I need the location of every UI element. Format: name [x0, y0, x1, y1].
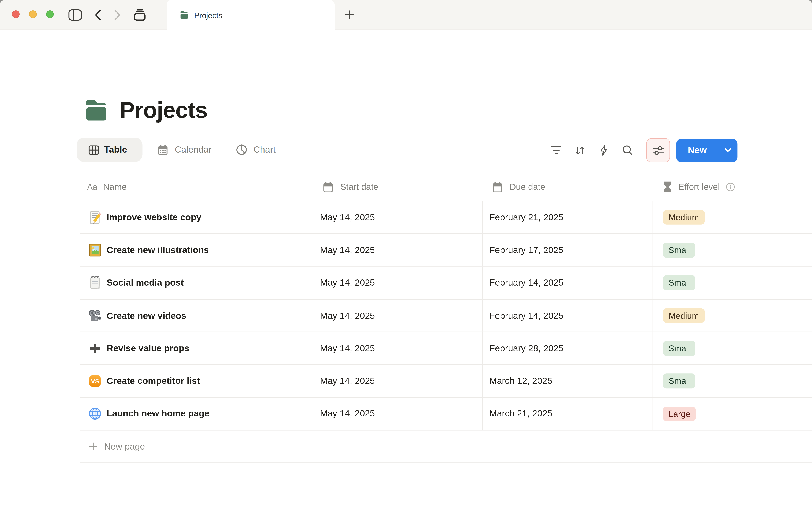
start-date-value: May 14, 2025 [320, 408, 375, 419]
table-row[interactable]: Create new illustrations May 14, 2025 Fe… [80, 234, 812, 267]
database-toolbar: New [551, 138, 738, 162]
cell-start-date[interactable]: May 14, 2025 [313, 332, 483, 364]
effort-badge: Small [663, 276, 696, 290]
cell-effort-level[interactable]: Medium [653, 201, 812, 234]
globe-icon [88, 407, 102, 421]
cell-start-date[interactable]: May 14, 2025 [313, 234, 483, 266]
folder-icon [180, 11, 189, 19]
cell-start-date[interactable]: May 14, 2025 [313, 365, 483, 397]
new-button[interactable]: New [676, 138, 718, 162]
plus-icon [89, 442, 97, 451]
minimize-window-button[interactable] [29, 10, 37, 18]
page-title[interactable]: Projects [120, 97, 207, 123]
page-name[interactable]: Create new videos [107, 310, 186, 321]
column-header-start-date[interactable]: Start date [313, 173, 483, 201]
cell-effort-level[interactable]: Small [653, 365, 812, 397]
info-icon[interactable] [726, 182, 735, 191]
view-tabs: Table Calendar Chart [77, 137, 275, 162]
tabs-stack-icon[interactable] [134, 9, 146, 21]
back-chevron-icon[interactable] [94, 9, 101, 20]
effort-badge: Small [663, 374, 696, 389]
calendar-icon [492, 181, 503, 193]
due-date-value: March 12, 2025 [489, 376, 552, 386]
page-name[interactable]: Create competitor list [107, 376, 200, 386]
cell-name[interactable]: Revise value props [80, 332, 313, 364]
cell-name[interactable]: VS Create competitor list [80, 365, 313, 397]
tab-chart-view[interactable]: Chart [237, 144, 276, 155]
cell-name[interactable]: Launch new home page [80, 398, 313, 430]
table-row[interactable]: VS Create competitor list May 14, 2025 M… [80, 365, 812, 398]
forward-chevron-icon[interactable] [114, 9, 121, 20]
cell-due-date[interactable]: February 14, 2025 [483, 299, 653, 332]
cell-effort-level[interactable]: Large [653, 398, 812, 430]
cell-name[interactable]: Create new videos [80, 299, 313, 332]
due-date-value: February 21, 2025 [489, 212, 563, 223]
hourglass-icon [663, 182, 672, 192]
sort-icon[interactable] [575, 145, 585, 156]
window-tab-bar: Projects [0, 0, 812, 30]
new-dropdown-button[interactable] [718, 138, 738, 162]
effort-badge: Medium [663, 308, 705, 323]
table-header-row: Aa Name Start date Due date [80, 173, 812, 201]
cell-due-date[interactable]: February 17, 2025 [483, 234, 653, 266]
cell-start-date[interactable]: May 14, 2025 [313, 398, 483, 430]
view-options-sliders-icon [652, 146, 664, 155]
nav-icon-group [68, 0, 146, 30]
column-header-effort-level[interactable]: Effort level [653, 173, 812, 201]
cell-due-date[interactable]: February 21, 2025 [483, 201, 653, 234]
folder-icon[interactable] [84, 99, 108, 122]
cell-effort-level[interactable]: Small [653, 332, 812, 364]
cell-due-date[interactable]: February 28, 2025 [483, 332, 653, 364]
table-row[interactable]: Launch new home page May 14, 2025 March … [80, 398, 812, 431]
cell-start-date[interactable]: May 14, 2025 [313, 299, 483, 332]
chevron-down-icon [724, 148, 731, 153]
effort-badge: Large [663, 406, 696, 421]
cell-name[interactable]: Social media post [80, 267, 313, 299]
cell-effort-level[interactable]: Medium [653, 299, 812, 332]
view-options-sliders-button[interactable] [646, 138, 670, 162]
column-header-name[interactable]: Aa Name [80, 173, 313, 201]
table-row[interactable]: Create new videos May 14, 2025 February … [80, 299, 812, 332]
new-tab-plus-icon[interactable] [345, 0, 354, 30]
page-name[interactable]: Improve website copy [107, 212, 201, 223]
page-name[interactable]: Create new illustrations [107, 245, 209, 256]
column-header-due-date[interactable]: Due date [483, 173, 653, 201]
due-date-value: February 14, 2025 [489, 277, 563, 288]
cell-due-date[interactable]: February 14, 2025 [483, 267, 653, 299]
view-chart-label: Chart [254, 144, 276, 155]
view-table-label: Table [104, 144, 127, 155]
table-row[interactable]: Revise value props May 14, 2025 February… [80, 332, 812, 365]
cell-due-date[interactable]: March 12, 2025 [483, 365, 653, 397]
search-icon[interactable] [622, 145, 633, 156]
tab-calendar-view[interactable]: Calendar [158, 144, 212, 156]
new-page-label: New page [104, 441, 145, 452]
table-row[interactable]: Social media post May 14, 2025 February … [80, 267, 812, 299]
due-date-value: February 17, 2025 [489, 245, 563, 256]
cell-start-date[interactable]: May 14, 2025 [313, 267, 483, 299]
tab-projects[interactable]: Projects [167, 0, 335, 30]
cell-effort-level[interactable]: Small [653, 267, 812, 299]
zoom-window-button[interactable] [46, 10, 54, 18]
cell-due-date[interactable]: March 21, 2025 [483, 398, 653, 430]
table-row[interactable]: Improve website copy May 14, 2025 Februa… [80, 201, 812, 234]
filter-icon[interactable] [551, 146, 561, 155]
close-window-button[interactable] [12, 10, 20, 18]
table-grid-icon [89, 145, 99, 155]
cell-effort-level[interactable]: Small [653, 234, 812, 266]
page-name[interactable]: Launch new home page [107, 408, 209, 419]
plus-emoji-icon [88, 341, 102, 355]
cell-name[interactable]: Improve website copy [80, 201, 313, 234]
sidebar-toggle-icon[interactable] [68, 9, 82, 20]
due-date-value: March 21, 2025 [489, 408, 552, 419]
calendar-icon [323, 181, 334, 193]
tab-table-view[interactable]: Table [77, 137, 143, 162]
cell-name[interactable]: Create new illustrations [80, 234, 313, 266]
new-page-row[interactable]: New page [80, 431, 812, 463]
page-name[interactable]: Social media post [107, 277, 184, 288]
page-header: Projects [84, 97, 207, 123]
page-name[interactable]: Revise value props [107, 343, 189, 354]
framed-picture-icon [88, 243, 102, 257]
automation-lightning-icon[interactable] [599, 145, 609, 156]
due-date-value: February 14, 2025 [489, 310, 563, 321]
cell-start-date[interactable]: May 14, 2025 [313, 201, 483, 234]
